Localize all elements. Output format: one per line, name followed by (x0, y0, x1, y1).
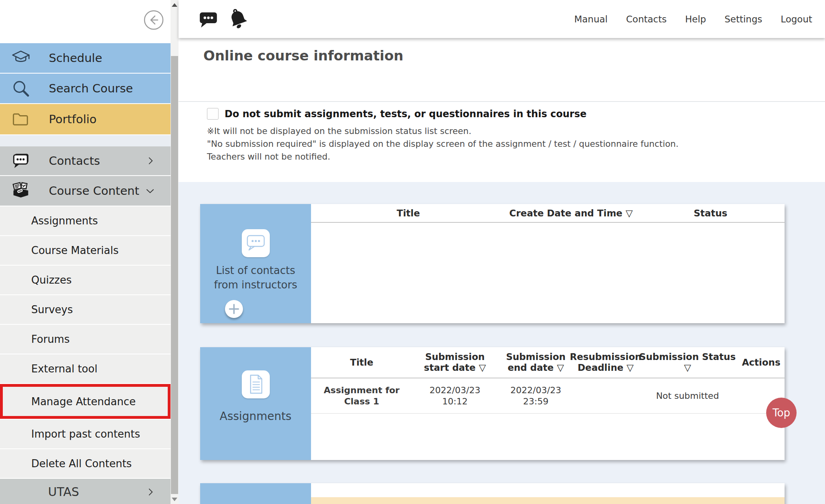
sidebar-item-delete-all-contents[interactable]: Delete All Contents (0, 449, 171, 478)
sidebar-item-label: External tool (31, 363, 97, 375)
contacts-card: List of contacts from instructors (200, 204, 311, 323)
sidebar-item-portfolio[interactable]: Portfolio (0, 104, 171, 134)
page-title: Online course information (203, 48, 403, 64)
sidebar-item-quizzes[interactable]: Quizzes (0, 266, 171, 294)
sidebar-item-label: Manage Attendance (31, 396, 136, 408)
chevron-right-icon (145, 486, 156, 498)
column-header-submission-end[interactable]: Submission end date ▽ (498, 347, 574, 378)
sidebar-item-surveys[interactable]: Surveys (0, 295, 171, 324)
sidebar-item-label: Course Content (49, 184, 139, 198)
resubmission-deadline-cell (574, 378, 637, 413)
sidebar-item-assignments[interactable]: Assignments (0, 206, 171, 235)
chat-icon[interactable] (198, 9, 219, 29)
search-icon (11, 79, 30, 98)
assignments-table: Title Submission start date ▽ Submission… (311, 347, 785, 460)
sidebar-item-forums[interactable]: Forums (0, 325, 171, 354)
assignment-title-cell[interactable]: Assignment for Class 1 (311, 378, 412, 413)
menu-manual[interactable]: Manual (574, 14, 608, 24)
sidebar-item-label: Portfolio (49, 112, 96, 126)
submission-end-cell: 2022/03/23 23:59 (498, 378, 574, 413)
sidebar-collapse-button[interactable] (143, 10, 164, 30)
chat-outline-icon (242, 229, 270, 257)
sidebar-item-label: Delete All Contents (31, 458, 132, 470)
scrollbar-thumb[interactable] (171, 56, 178, 494)
scrollbar-up-arrow[interactable] (171, 0, 179, 10)
column-header-title[interactable]: Title (311, 347, 412, 378)
column-header-submission-start[interactable]: Submission start date ▽ (412, 347, 498, 378)
note-line: ※It will not be displayed on the submiss… (207, 125, 678, 138)
column-header-submission-status[interactable]: Submission Status ▽ (637, 347, 738, 378)
sidebar-item-label: Assignments (31, 215, 98, 227)
folder-icon (11, 110, 30, 129)
sidebar-header (0, 0, 171, 43)
sidebar-item-label: Import past contents (31, 428, 140, 440)
scroll-to-top-button[interactable]: Top (766, 398, 797, 428)
page-header-section: Online course information (179, 38, 825, 102)
sidebar-item-schedule[interactable]: Schedule (0, 43, 171, 73)
chat-bubble-icon (11, 151, 30, 170)
assignments-card-label: Assignments (204, 410, 308, 423)
menu-settings[interactable]: Settings (725, 14, 762, 24)
column-header-create-date[interactable]: Create Date and Time ▽ (506, 204, 636, 222)
scrollbar-down-arrow[interactable] (171, 494, 179, 504)
submission-status-cell: Not submitted (637, 378, 738, 413)
sidebar-item-search-course[interactable]: Search Course (0, 74, 171, 103)
assignments-card: Assignments (200, 347, 311, 460)
contacts-table-empty-body (311, 223, 785, 323)
bottom-panel-table (311, 483, 785, 504)
sidebar-item-external-tool[interactable]: External tool (0, 354, 171, 383)
table-row[interactable]: Assignment for Class 1 2022/03/23 10:12 … (311, 378, 785, 414)
plus-icon (225, 300, 243, 318)
add-contact-button[interactable] (225, 300, 243, 318)
sidebar: Schedule Search Course Portfolio (0, 0, 179, 504)
sidebar-scrollbar[interactable] (171, 0, 179, 504)
assignments-table-empty-body (311, 414, 785, 460)
bell-icon[interactable] (227, 7, 250, 31)
sidebar-item-manage-attendance[interactable]: Manage Attendance (0, 384, 171, 419)
bottom-panel (200, 483, 785, 504)
sidebar-item-import-past-contents[interactable]: Import past contents (0, 420, 171, 448)
menu-logout[interactable]: Logout (781, 14, 812, 24)
sidebar-item-contacts[interactable]: Contacts (0, 146, 171, 175)
column-header-title[interactable]: Title (311, 204, 506, 222)
sidebar-section-gap (0, 135, 171, 146)
column-header-resubmission-deadline[interactable]: Resubmission Deadline ▽ (574, 347, 637, 378)
sidebar-item-label: Forums (31, 333, 70, 345)
submission-start-cell: 2022/03/23 10:12 (412, 378, 498, 413)
bottom-panel-card (200, 483, 311, 504)
contacts-table-header: Title Create Date and Time ▽ Status (311, 204, 785, 223)
sidebar-item-course-content[interactable]: Course Content (0, 176, 171, 206)
top-menu: Manual Contacts Help Settings Logout (574, 14, 812, 24)
menu-contacts[interactable]: Contacts (626, 14, 666, 24)
do-not-submit-checkbox[interactable] (207, 108, 219, 120)
sidebar-item-label: Schedule (49, 51, 102, 65)
main-area: Manual Contacts Help Settings Logout Onl… (179, 0, 825, 504)
bottom-panel-header (311, 483, 785, 497)
menu-help[interactable]: Help (685, 14, 706, 24)
assignments-panel: Assignments Title Submission start date … (200, 347, 785, 460)
contacts-table: Title Create Date and Time ▽ Status (311, 204, 785, 323)
chevron-right-icon (145, 155, 156, 166)
sidebar-content: Schedule Search Course Portfolio (0, 0, 171, 504)
do-not-submit-label[interactable]: Do not submit assignments, tests, or que… (225, 108, 586, 120)
column-header-status[interactable]: Status (636, 204, 785, 222)
back-arrow-icon (143, 10, 164, 30)
sidebar-item-label: Search Course (49, 82, 133, 95)
sidebar-item-label: UTAS (48, 485, 79, 499)
chevron-down-icon (144, 185, 156, 197)
assignments-table-header: Title Submission start date ▽ Submission… (311, 347, 785, 378)
contacts-panel: List of contacts from instructors Title … (200, 204, 785, 323)
sidebar-item-label: Surveys (31, 304, 73, 316)
top-bar-icons (198, 7, 250, 31)
course-box-icon (11, 181, 30, 200)
sidebar-item-label: Contacts (49, 154, 100, 168)
top-bar: Manual Contacts Help Settings Logout (179, 0, 825, 38)
sidebar-item-label: Course Materials (31, 244, 118, 256)
sidebar-item-course-materials[interactable]: Course Materials (0, 236, 171, 265)
note-line: Teachers will not be notified. (207, 150, 678, 163)
sidebar-item-label: Quizzes (31, 274, 72, 286)
sidebar-item-utas[interactable]: UTAS (0, 479, 171, 504)
notes: ※It will not be displayed on the submiss… (207, 125, 678, 163)
contacts-card-label: List of contacts from instructors (211, 263, 301, 292)
note-line: "No submission required" is displayed on… (207, 138, 678, 150)
